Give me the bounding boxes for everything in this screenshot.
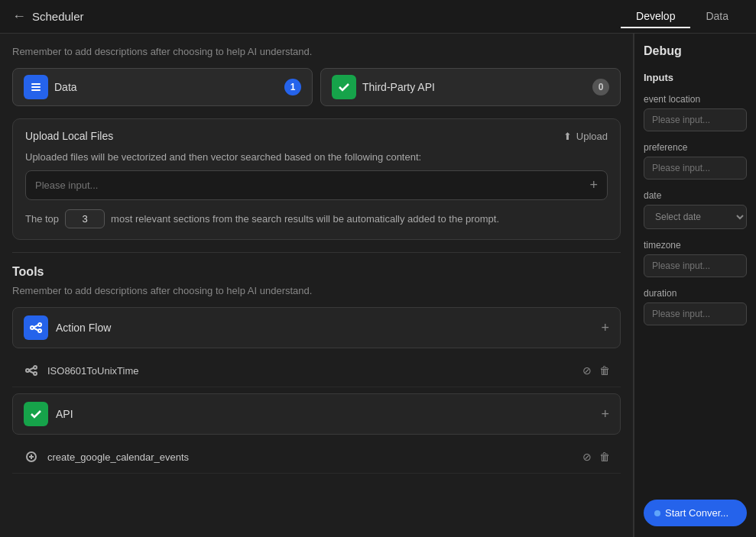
data-source-label: Data	[54, 81, 278, 93]
debug-title: Debug	[644, 44, 747, 58]
iso-tool-delete-icon[interactable]: 🗑	[599, 364, 610, 377]
svg-point-4	[38, 323, 41, 326]
create-google-icon	[23, 448, 40, 465]
timezone-input[interactable]	[644, 254, 747, 277]
nav-tabs: Develop Data	[621, 5, 744, 28]
tab-develop[interactable]: Develop	[621, 5, 690, 28]
data-source-btn[interactable]: Data 1	[12, 68, 313, 106]
svg-point-3	[31, 326, 34, 329]
svg-point-8	[26, 369, 29, 372]
svg-line-6	[34, 325, 38, 328]
debug-panel: Debug Inputs event location preference d…	[634, 34, 756, 537]
svg-point-9	[34, 366, 37, 369]
event-location-group: event location	[644, 94, 747, 131]
iso-tool-icon	[23, 362, 40, 379]
event-location-input[interactable]	[644, 108, 747, 131]
create-google-delete-icon[interactable]: 🗑	[599, 451, 610, 463]
tools-section: Tools Remember to add descriptions after…	[12, 265, 621, 474]
action-flow-plus-icon[interactable]: +	[601, 320, 609, 336]
svg-rect-0	[31, 83, 41, 85]
duration-input[interactable]	[644, 302, 747, 325]
search-input-wrapper: +	[25, 170, 608, 200]
create-google-row: create_google_calendar_events ⊘ 🗑	[12, 441, 621, 474]
timezone-group: timezone	[644, 240, 747, 277]
search-plus-button[interactable]: +	[589, 177, 598, 193]
hint-text-tools: Remember to add descriptions after choos…	[12, 285, 621, 296]
main-layout: Remember to add descriptions after choos…	[0, 34, 756, 537]
top-k-prefix: The top	[25, 213, 59, 225]
duration-group: duration	[644, 288, 747, 325]
timezone-label: timezone	[644, 240, 747, 251]
start-converse-button[interactable]: Start Conver...	[644, 500, 747, 526]
data-source-icon	[24, 75, 48, 99]
api-plus-icon[interactable]: +	[601, 406, 609, 422]
svg-rect-1	[31, 86, 41, 88]
svg-line-12	[29, 371, 34, 374]
data-source-badge: 1	[284, 79, 301, 95]
upload-button[interactable]: ⬆ Upload	[563, 131, 608, 142]
upload-title: Upload Local Files	[25, 130, 113, 142]
date-group: date Select date	[644, 190, 747, 229]
tab-data[interactable]: Data	[690, 5, 744, 28]
top-k-row: The top most relevant sections from the …	[25, 209, 608, 228]
third-party-source-badge: 0	[592, 79, 609, 95]
search-input[interactable]	[35, 180, 589, 191]
preference-group: preference	[644, 142, 747, 180]
iso-tool-actions: ⊘ 🗑	[582, 364, 610, 377]
source-row: Data 1 Third-Party API 0	[12, 68, 621, 106]
hint-text-top: Remember to add descriptions after choos…	[12, 46, 621, 57]
create-google-actions: ⊘ 🗑	[582, 451, 610, 463]
third-party-source-label: Third-Party API	[362, 81, 586, 93]
divider	[12, 252, 621, 253]
third-party-source-btn[interactable]: Third-Party API 0	[320, 68, 621, 106]
iso-tool-row: ISO8601ToUnixTime ⊘ 🗑	[12, 354, 621, 387]
duration-label: duration	[644, 288, 747, 299]
top-nav: ← Scheduler Develop Data	[0, 0, 756, 34]
svg-point-10	[34, 372, 37, 375]
svg-line-7	[34, 328, 38, 331]
api-label: API	[56, 408, 601, 420]
top-k-input[interactable]	[65, 209, 105, 228]
upload-btn-label: Upload	[576, 131, 608, 142]
page-title: Scheduler	[32, 10, 84, 23]
preference-input[interactable]	[644, 157, 747, 180]
inputs-label: Inputs	[644, 72, 747, 83]
create-google-label: create_google_calendar_events	[47, 451, 582, 463]
api-row[interactable]: API +	[12, 393, 621, 435]
start-converse-dot	[654, 510, 660, 516]
date-label: date	[644, 190, 747, 201]
action-flow-label: Action Flow	[56, 322, 601, 334]
iso-tool-settings-icon[interactable]: ⊘	[582, 364, 592, 377]
top-k-suffix: most relevant sections from the search r…	[111, 213, 499, 225]
svg-rect-2	[31, 89, 41, 91]
action-flow-row[interactable]: Action Flow +	[12, 307, 621, 348]
upload-icon: ⬆	[563, 131, 572, 142]
nav-left: ← Scheduler	[12, 8, 84, 24]
action-flow-icon	[24, 315, 48, 340]
tools-title: Tools	[12, 265, 621, 279]
iso-tool-label: ISO8601ToUnixTime	[47, 365, 582, 377]
event-location-label: event location	[644, 94, 747, 105]
preference-label: preference	[644, 142, 747, 153]
svg-line-11	[29, 368, 34, 370]
api-icon	[24, 402, 48, 426]
left-content: Remember to add descriptions after choos…	[0, 34, 634, 537]
create-google-settings-icon[interactable]: ⊘	[582, 451, 592, 463]
date-select[interactable]: Select date	[644, 205, 747, 229]
back-button[interactable]: ←	[12, 8, 26, 24]
svg-point-5	[38, 329, 41, 332]
upload-header: Upload Local Files ⬆ Upload	[25, 130, 608, 142]
vectorize-text: Uploaded files will be vectorized and th…	[25, 151, 608, 163]
upload-section: Upload Local Files ⬆ Upload Uploaded fil…	[12, 118, 621, 240]
start-converse-label: Start Conver...	[665, 507, 728, 519]
third-party-source-icon	[332, 75, 356, 99]
